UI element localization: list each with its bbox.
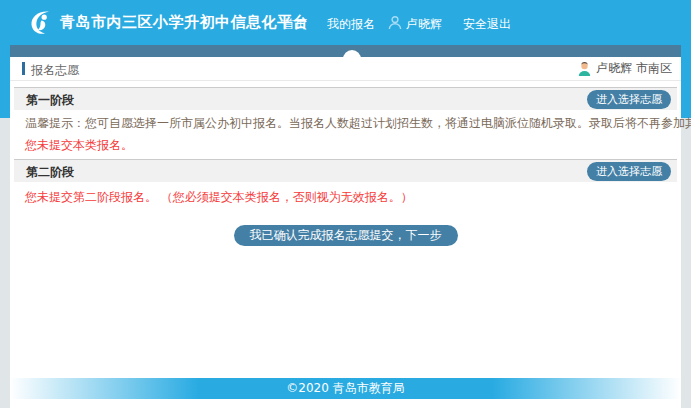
nav-home[interactable]: 首页 xyxy=(283,16,307,33)
page-title: 报名志愿 xyxy=(31,62,79,79)
stage1-tip: 温馨提示：您可自愿选择一所市属公办初中报名。当报名人数超过计划招生数，将通过电脑… xyxy=(25,115,691,132)
confirm-row: 我已确认完成报名志愿提交，下一步 xyxy=(10,224,681,246)
stage1-header: 第一阶段 进入选择志愿 xyxy=(14,87,677,110)
platform-logo-icon xyxy=(28,9,55,36)
user-info-label: 卢晓辉 市南区 xyxy=(596,60,672,77)
app-title: 青岛市内三区小学升初中信息化平台 xyxy=(60,13,308,32)
confirm-submit-button[interactable]: 我已确认完成报名志愿提交，下一步 xyxy=(234,225,458,246)
content-panel: 报名志愿 卢晓辉 市南区 第一阶段 进入选择志愿 温馨提示：您可自愿选择一所市属… xyxy=(10,57,681,408)
nav-username[interactable]: 卢晓辉 xyxy=(406,16,442,33)
user-outline-icon xyxy=(388,15,402,30)
stage1-title: 第一阶段 xyxy=(26,92,74,109)
title-accent-bar xyxy=(22,62,25,75)
header: 青岛市内三区小学升初中信息化平台 首页 我的报名 卢晓辉 安全退出 xyxy=(0,0,691,45)
stage2-enter-button[interactable]: 进入选择志愿 xyxy=(587,162,671,181)
stage2-header: 第二阶段 进入选择志愿 xyxy=(14,159,677,182)
registration-platform-page: 青岛市内三区小学升初中信息化平台 首页 我的报名 卢晓辉 安全退出 报名志愿 xyxy=(0,0,691,408)
stage2-title: 第二阶段 xyxy=(26,164,74,181)
student-avatar-icon xyxy=(577,61,592,76)
nav-my-registration[interactable]: 我的报名 xyxy=(327,16,375,33)
footer: ©2020 青岛市教育局 xyxy=(10,378,681,399)
page-title-row: 报名志愿 卢晓辉 市南区 xyxy=(10,57,681,81)
footer-copyright: ©2020 青岛市教育局 xyxy=(286,381,404,395)
stage1-enter-button[interactable]: 进入选择志愿 xyxy=(587,90,671,109)
stage2-warning: 您未提交第二阶段报名。 （您必须提交本类报名，否则视为无效报名。） xyxy=(25,189,413,206)
user-info: 卢晓辉 市南区 xyxy=(577,60,672,77)
stage1-warning: 您未提交本类报名。 xyxy=(25,137,133,154)
nav-logout[interactable]: 安全退出 xyxy=(463,16,511,33)
